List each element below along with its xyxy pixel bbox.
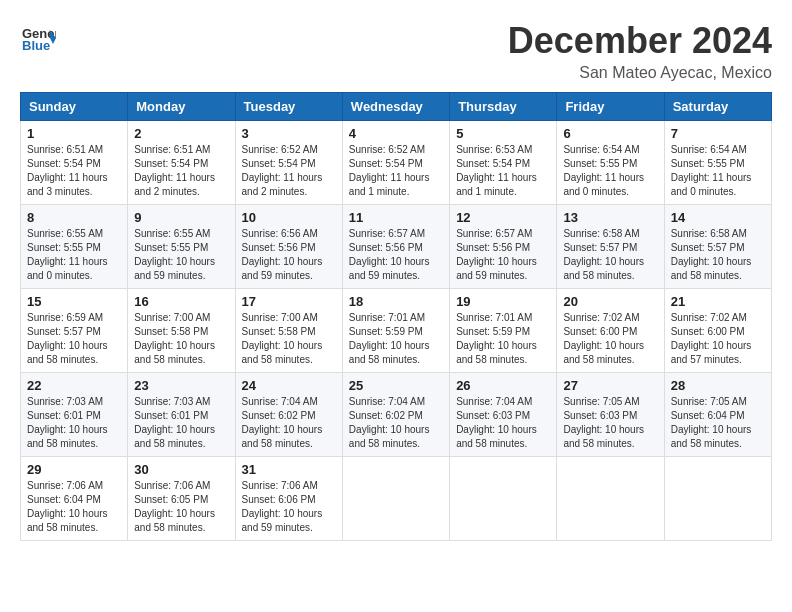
day-number: 4: [349, 126, 443, 141]
daylight-label: Daylight: 11 hours and 2 minutes.: [242, 172, 323, 197]
week-row-4: 22 Sunrise: 7:03 AM Sunset: 6:01 PM Dayl…: [21, 373, 772, 457]
day-number: 24: [242, 378, 336, 393]
calendar-cell: 15 Sunrise: 6:59 AM Sunset: 5:57 PM Dayl…: [21, 289, 128, 373]
header-tuesday: Tuesday: [235, 93, 342, 121]
calendar-cell: 9 Sunrise: 6:55 AM Sunset: 5:55 PM Dayli…: [128, 205, 235, 289]
day-info: Sunrise: 6:55 AM Sunset: 5:55 PM Dayligh…: [134, 227, 228, 283]
day-number: 9: [134, 210, 228, 225]
day-info: Sunrise: 6:59 AM Sunset: 5:57 PM Dayligh…: [27, 311, 121, 367]
daylight-label: Daylight: 10 hours and 57 minutes.: [671, 340, 752, 365]
sunset-label: Sunset: 5:56 PM: [456, 242, 530, 253]
day-info: Sunrise: 6:55 AM Sunset: 5:55 PM Dayligh…: [27, 227, 121, 283]
sunrise-label: Sunrise: 6:54 AM: [563, 144, 639, 155]
sunset-label: Sunset: 6:02 PM: [349, 410, 423, 421]
day-number: 7: [671, 126, 765, 141]
sunrise-label: Sunrise: 6:53 AM: [456, 144, 532, 155]
daylight-label: Daylight: 10 hours and 58 minutes.: [671, 424, 752, 449]
day-info: Sunrise: 7:00 AM Sunset: 5:58 PM Dayligh…: [242, 311, 336, 367]
sunset-label: Sunset: 6:04 PM: [671, 410, 745, 421]
day-info: Sunrise: 7:02 AM Sunset: 6:00 PM Dayligh…: [671, 311, 765, 367]
header-thursday: Thursday: [450, 93, 557, 121]
sunrise-label: Sunrise: 7:06 AM: [27, 480, 103, 491]
calendar-cell: 30 Sunrise: 7:06 AM Sunset: 6:05 PM Dayl…: [128, 457, 235, 541]
daylight-label: Daylight: 11 hours and 0 minutes.: [563, 172, 644, 197]
sunrise-label: Sunrise: 7:00 AM: [134, 312, 210, 323]
calendar-cell: 1 Sunrise: 6:51 AM Sunset: 5:54 PM Dayli…: [21, 121, 128, 205]
daylight-label: Daylight: 10 hours and 59 minutes.: [134, 256, 215, 281]
day-number: 5: [456, 126, 550, 141]
daylight-label: Daylight: 10 hours and 59 minutes.: [242, 508, 323, 533]
daylight-label: Daylight: 10 hours and 59 minutes.: [242, 256, 323, 281]
day-info: Sunrise: 7:04 AM Sunset: 6:02 PM Dayligh…: [242, 395, 336, 451]
sunrise-label: Sunrise: 6:59 AM: [27, 312, 103, 323]
sunrise-label: Sunrise: 7:05 AM: [563, 396, 639, 407]
sunset-label: Sunset: 5:55 PM: [671, 158, 745, 169]
calendar-cell: 17 Sunrise: 7:00 AM Sunset: 5:58 PM Dayl…: [235, 289, 342, 373]
sunset-label: Sunset: 6:04 PM: [27, 494, 101, 505]
calendar-cell: [450, 457, 557, 541]
header-friday: Friday: [557, 93, 664, 121]
day-number: 18: [349, 294, 443, 309]
day-info: Sunrise: 6:54 AM Sunset: 5:55 PM Dayligh…: [671, 143, 765, 199]
day-info: Sunrise: 6:58 AM Sunset: 5:57 PM Dayligh…: [671, 227, 765, 283]
day-number: 27: [563, 378, 657, 393]
day-number: 12: [456, 210, 550, 225]
sunset-label: Sunset: 5:55 PM: [27, 242, 101, 253]
sunset-label: Sunset: 5:59 PM: [349, 326, 423, 337]
sunset-label: Sunset: 5:59 PM: [456, 326, 530, 337]
sunrise-label: Sunrise: 7:03 AM: [134, 396, 210, 407]
week-row-3: 15 Sunrise: 6:59 AM Sunset: 5:57 PM Dayl…: [21, 289, 772, 373]
daylight-label: Daylight: 11 hours and 1 minute.: [456, 172, 537, 197]
calendar-cell: 22 Sunrise: 7:03 AM Sunset: 6:01 PM Dayl…: [21, 373, 128, 457]
day-number: 25: [349, 378, 443, 393]
sunset-label: Sunset: 6:02 PM: [242, 410, 316, 421]
sunset-label: Sunset: 5:55 PM: [563, 158, 637, 169]
calendar-cell: 8 Sunrise: 6:55 AM Sunset: 5:55 PM Dayli…: [21, 205, 128, 289]
day-number: 10: [242, 210, 336, 225]
day-info: Sunrise: 7:06 AM Sunset: 6:05 PM Dayligh…: [134, 479, 228, 535]
sunrise-label: Sunrise: 6:54 AM: [671, 144, 747, 155]
daylight-label: Daylight: 10 hours and 58 minutes.: [563, 256, 644, 281]
calendar-cell: 11 Sunrise: 6:57 AM Sunset: 5:56 PM Dayl…: [342, 205, 449, 289]
sunrise-label: Sunrise: 6:56 AM: [242, 228, 318, 239]
day-info: Sunrise: 6:54 AM Sunset: 5:55 PM Dayligh…: [563, 143, 657, 199]
daylight-label: Daylight: 10 hours and 59 minutes.: [349, 256, 430, 281]
sunrise-label: Sunrise: 7:02 AM: [563, 312, 639, 323]
day-info: Sunrise: 7:06 AM Sunset: 6:06 PM Dayligh…: [242, 479, 336, 535]
sunrise-label: Sunrise: 6:55 AM: [134, 228, 210, 239]
day-info: Sunrise: 6:52 AM Sunset: 5:54 PM Dayligh…: [242, 143, 336, 199]
sunrise-label: Sunrise: 6:57 AM: [456, 228, 532, 239]
calendar-cell: 19 Sunrise: 7:01 AM Sunset: 5:59 PM Dayl…: [450, 289, 557, 373]
sunset-label: Sunset: 6:03 PM: [456, 410, 530, 421]
day-info: Sunrise: 6:51 AM Sunset: 5:54 PM Dayligh…: [27, 143, 121, 199]
logo: General Blue: [20, 20, 56, 60]
day-number: 14: [671, 210, 765, 225]
daylight-label: Daylight: 10 hours and 58 minutes.: [456, 424, 537, 449]
day-number: 22: [27, 378, 121, 393]
sunset-label: Sunset: 5:54 PM: [349, 158, 423, 169]
day-info: Sunrise: 7:06 AM Sunset: 6:04 PM Dayligh…: [27, 479, 121, 535]
calendar-cell: 31 Sunrise: 7:06 AM Sunset: 6:06 PM Dayl…: [235, 457, 342, 541]
sunset-label: Sunset: 5:57 PM: [671, 242, 745, 253]
calendar-cell: 21 Sunrise: 7:02 AM Sunset: 6:00 PM Dayl…: [664, 289, 771, 373]
daylight-label: Daylight: 10 hours and 59 minutes.: [456, 256, 537, 281]
sunset-label: Sunset: 5:54 PM: [242, 158, 316, 169]
daylight-label: Daylight: 11 hours and 1 minute.: [349, 172, 430, 197]
daylight-label: Daylight: 10 hours and 58 minutes.: [134, 340, 215, 365]
day-info: Sunrise: 7:04 AM Sunset: 6:02 PM Dayligh…: [349, 395, 443, 451]
day-number: 28: [671, 378, 765, 393]
day-info: Sunrise: 6:57 AM Sunset: 5:56 PM Dayligh…: [349, 227, 443, 283]
daylight-label: Daylight: 10 hours and 58 minutes.: [563, 340, 644, 365]
day-info: Sunrise: 6:58 AM Sunset: 5:57 PM Dayligh…: [563, 227, 657, 283]
day-info: Sunrise: 6:51 AM Sunset: 5:54 PM Dayligh…: [134, 143, 228, 199]
calendar-cell: 12 Sunrise: 6:57 AM Sunset: 5:56 PM Dayl…: [450, 205, 557, 289]
sunrise-label: Sunrise: 7:03 AM: [27, 396, 103, 407]
weekday-header-row: Sunday Monday Tuesday Wednesday Thursday…: [21, 93, 772, 121]
logo-icon: General Blue: [20, 20, 56, 60]
day-number: 13: [563, 210, 657, 225]
calendar-cell: 2 Sunrise: 6:51 AM Sunset: 5:54 PM Dayli…: [128, 121, 235, 205]
daylight-label: Daylight: 11 hours and 0 minutes.: [27, 256, 108, 281]
day-info: Sunrise: 7:04 AM Sunset: 6:03 PM Dayligh…: [456, 395, 550, 451]
day-number: 16: [134, 294, 228, 309]
sunrise-label: Sunrise: 6:52 AM: [242, 144, 318, 155]
